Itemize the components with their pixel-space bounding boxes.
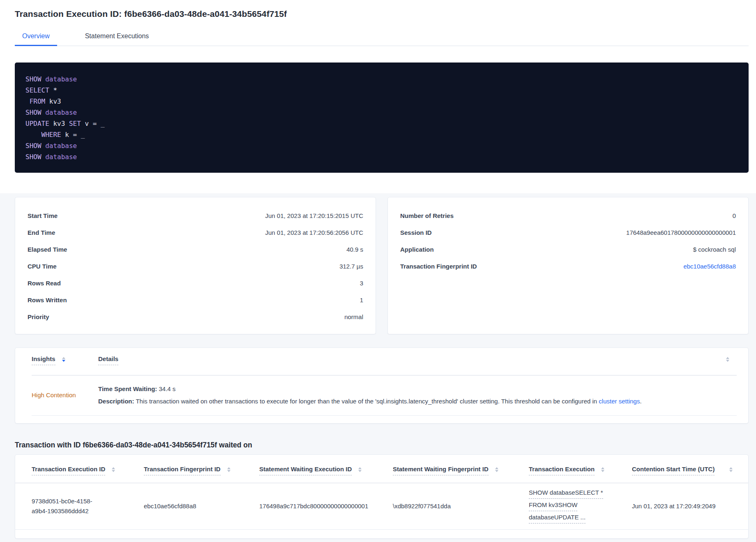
tab-bar: Overview Statement Executions [15, 30, 749, 46]
elapsed-time-value: 40.9 s [346, 246, 363, 253]
cell-statement-waiting-execution-id: 176498a9c717bdc80000000000000001 [259, 501, 393, 511]
sql-line: WHERE k = _ [25, 129, 738, 140]
cell-transaction-execution-id: 9738d051-bc0e-4158-a9b4-1903586ddd42 [32, 496, 116, 516]
rows-written-label: Rows Written [28, 296, 67, 303]
sql-line: SELECT * [25, 85, 738, 96]
priority-label: Priority [28, 313, 49, 320]
page-title: Transaction Execution ID: f6be6366-da03-… [15, 9, 749, 19]
summary-row: Start TimeJun 01, 2023 at 17:20:15:2015 … [28, 207, 363, 224]
sql-line: FROM kv3 [25, 96, 738, 107]
waited-on-table-row: 9738d051-bc0e-4158-a9b4-1903586ddd42 ebc… [15, 483, 748, 530]
sort-icon[interactable] [112, 467, 115, 472]
summary-row: End TimeJun 01, 2023 at 17:20:56:2056 UT… [28, 224, 363, 241]
tab-statement-executions[interactable]: Statement Executions [78, 30, 157, 46]
sql-line: SHOW database [25, 140, 738, 151]
sql-line: SHOW database [25, 74, 738, 85]
transaction-fingerprint-label: Transaction Fingerprint ID [400, 263, 477, 270]
cell-transaction-fingerprint-id: ebc10ae56cfd88a8 [144, 501, 259, 511]
transaction-fingerprint-link[interactable]: ebc10ae56cfd88a8 [683, 263, 736, 270]
summary-row: CPU Time312.7 µs [28, 258, 363, 275]
summary-row: Rows Read3 [28, 275, 363, 292]
col-transaction-execution[interactable]: Transaction Execution [529, 466, 595, 475]
summary-card-times: Start TimeJun 01, 2023 at 17:20:15:2015 … [15, 197, 376, 334]
rows-read-value: 3 [360, 280, 363, 287]
start-time-label: Start Time [28, 212, 58, 219]
end-time-label: End Time [28, 229, 55, 236]
insights-table: Insights Details High Contention Time Sp… [15, 347, 749, 424]
cluster-settings-link[interactable]: cluster settings [599, 398, 640, 405]
cpu-time-value: 312.7 µs [339, 263, 363, 270]
sort-icon[interactable] [495, 467, 498, 472]
application-label: Application [400, 246, 434, 253]
session-id-value: 17648a9eea6017800000000000000001 [626, 229, 736, 236]
insight-type-badge: High Contention [32, 391, 98, 398]
waited-on-table-header: Transaction Execution ID Transaction Fin… [15, 455, 748, 483]
insight-description: Description: This transaction waited on … [98, 398, 642, 405]
cell-contention-start-time: Jun 01, 2023 at 17:20:49:2049 [632, 501, 738, 511]
time-spent-waiting: Time Spent Waiting: 34.4 s [98, 385, 642, 392]
application-value: $ cockroach sql [693, 246, 736, 253]
priority-value: normal [344, 313, 363, 320]
sql-line: SHOW database [25, 151, 738, 162]
sql-line: SHOW database [25, 107, 738, 118]
cpu-time-label: CPU Time [28, 263, 57, 270]
sort-icon[interactable] [62, 357, 65, 362]
sort-icon[interactable] [227, 467, 230, 472]
rows-written-value: 1 [360, 296, 363, 303]
waited-on-table: Transaction Execution ID Transaction Fin… [15, 454, 749, 539]
overview-page: Transaction Execution ID: f6be6366-da03-… [0, 0, 756, 193]
details-column-header[interactable]: Details [98, 355, 118, 365]
elapsed-time-label: Elapsed Time [28, 246, 67, 253]
end-time-value: Jun 01, 2023 at 17:20:56:2056 UTC [265, 229, 363, 236]
retries-value: 0 [733, 212, 736, 219]
cell-statement-waiting-fingerprint-id: \xdb8922f077541dda [393, 501, 529, 511]
col-statement-waiting-execution-id[interactable]: Statement Waiting Execution ID [259, 466, 352, 475]
tab-overview[interactable]: Overview [15, 30, 57, 46]
summary-row: Number of Retries0 [400, 207, 736, 224]
rows-read-label: Rows Read [28, 280, 61, 287]
waited-on-heading: Transaction with ID f6be6366-da03-48de-a… [15, 441, 749, 449]
cell-transaction-execution-link[interactable]: SHOW databaseSELECT * FROM kv3SHOW datab… [529, 488, 632, 525]
retries-label: Number of Retries [400, 212, 454, 219]
sort-icon[interactable] [726, 357, 729, 362]
start-time-value: Jun 01, 2023 at 17:20:15:2015 UTC [265, 212, 363, 219]
sql-code-block: SHOW database SELECT * FROM kv3 SHOW dat… [15, 63, 749, 173]
sql-line: UPDATE kv3 SET v = _ [25, 118, 738, 129]
summary-row: Session ID17648a9eea60178000000000000000… [400, 224, 736, 241]
summary-row: Elapsed Time40.9 s [28, 241, 363, 258]
summary-row: Rows Written1 [28, 292, 363, 308]
summary-row: Prioritynormal [28, 308, 363, 325]
sort-icon[interactable] [358, 467, 362, 472]
insights-header: Insights Details [32, 355, 737, 375]
details-section: Start TimeJun 01, 2023 at 17:20:15:2015 … [0, 193, 756, 542]
session-id-label: Session ID [400, 229, 432, 236]
summary-card-session: Number of Retries0 Session ID17648a9eea6… [387, 197, 749, 334]
sort-icon[interactable] [729, 467, 733, 472]
sort-icon[interactable] [601, 467, 604, 472]
insight-row: High Contention Time Spent Waiting: 34.4… [32, 375, 737, 416]
col-statement-waiting-fingerprint-id[interactable]: Statement Waiting Fingerprint ID [393, 466, 489, 475]
col-contention-start-time[interactable]: Contention Start Time (UTC) [632, 466, 715, 475]
summary-row: Transaction Fingerprint IDebc10ae56cfd88… [400, 258, 736, 275]
col-transaction-fingerprint-id[interactable]: Transaction Fingerprint ID [144, 466, 221, 475]
summary-row: Application$ cockroach sql [400, 241, 736, 258]
col-transaction-execution-id[interactable]: Transaction Execution ID [32, 466, 105, 475]
insights-column-header[interactable]: Insights [32, 355, 55, 365]
